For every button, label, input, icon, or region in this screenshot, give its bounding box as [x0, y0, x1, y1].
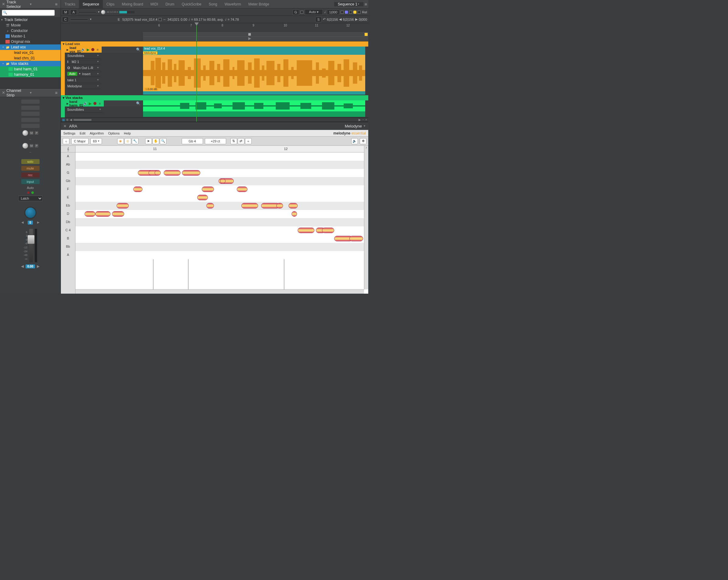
tree-item[interactable]: lead chrs_01 — [0, 55, 60, 61]
track-header[interactable]: ▸ band harm_01 🔊 ▶ ≡ — [65, 100, 104, 106]
clip-gain[interactable]: ↕ 0.00 dB — [144, 88, 158, 91]
insert-slot[interactable] — [21, 100, 40, 104]
pitch-blob[interactable] — [349, 236, 363, 241]
blob-tool-icon[interactable]: ◉ — [117, 138, 124, 144]
rec-icon[interactable] — [91, 48, 95, 52]
search-icon[interactable]: 🔍 — [136, 48, 140, 52]
pitch-blob[interactable] — [112, 211, 124, 217]
a-button[interactable]: A — [70, 9, 77, 15]
take-select[interactable]: take 1▼ — [66, 77, 100, 83]
hand-tool-icon[interactable]: ✋ — [153, 138, 159, 144]
zoom-tool-icon[interactable]: 🔍 — [160, 138, 166, 144]
pointer-tool-icon[interactable]: ➤ — [145, 138, 152, 144]
tree-item[interactable]: Master-1 — [0, 33, 60, 39]
time-macro-icon[interactable]: ⇄ — [238, 138, 244, 144]
search-icon[interactable]: 🔍 — [136, 101, 140, 106]
pitch-blob[interactable] — [206, 203, 214, 208]
pitch-blob[interactable] — [133, 187, 142, 192]
chevron-down-icon[interactable]: ▼ — [29, 91, 32, 94]
pan-right-icon[interactable]: ▶ — [37, 220, 40, 225]
tab-sequence[interactable]: Sequence — [79, 0, 103, 8]
menu-icon[interactable]: ≡ — [98, 101, 102, 106]
swap-icon[interactable]: ↔ — [163, 18, 166, 21]
h-scrollbar[interactable] — [76, 289, 364, 294]
key-select[interactable]: C Major — [71, 138, 88, 144]
knob[interactable] — [101, 10, 105, 14]
tree-item[interactable]: band harm_01 — [0, 66, 60, 72]
tree-item[interactable]: Original mix — [0, 39, 60, 45]
menu-icon[interactable]: ≡ — [54, 2, 59, 7]
track-folder-header[interactable]: ▾ Lead vox — [61, 42, 368, 47]
checkbox[interactable] — [341, 11, 344, 14]
auto-select[interactable]: Auto ▾ — [305, 9, 323, 15]
audio-clip[interactable] — [143, 100, 365, 111]
menu-help[interactable]: Help — [124, 131, 131, 135]
loop-handle[interactable] — [248, 33, 251, 36]
pitch-blob[interactable] — [182, 170, 200, 176]
audio-clip[interactable]: ↕ 0.00 dB — [143, 55, 365, 91]
chevron-down-icon[interactable]: ▼ — [363, 125, 366, 128]
track-header[interactable]: ▸ lead vox_01 🔊 ▶ ≡ — [65, 47, 101, 53]
close-icon[interactable]: ✕ — [63, 124, 67, 128]
arrow-right-icon[interactable]: ▶ — [355, 17, 358, 21]
tab-waveform[interactable]: Waveform — [221, 0, 245, 8]
chevron-down-icon[interactable]: ▼ — [29, 3, 32, 6]
arrow-left-icon[interactable]: ◀ — [339, 17, 341, 21]
tab-midi[interactable]: MIDI — [147, 0, 162, 8]
menu-algorithm[interactable]: Algorithm — [90, 131, 104, 135]
insert-slot[interactable] — [21, 112, 40, 116]
melodyne-editor[interactable]: 𝄞 AAbGGbFEEbDDbC 4BBbA 11 12 ♪ — [61, 146, 368, 294]
pitch-blob[interactable] — [116, 203, 129, 208]
marker[interactable] — [365, 33, 368, 36]
rec-button[interactable]: rec — [21, 173, 40, 177]
pitch-blob[interactable] — [322, 228, 334, 233]
plus-icon[interactable]: + — [365, 118, 367, 122]
checkbox[interactable] — [301, 11, 304, 14]
plugin-name[interactable]: Melodyne — [345, 124, 362, 128]
menu-icon[interactable]: ≡ — [363, 2, 368, 7]
soundbites-select[interactable]: Soundbites▼ — [66, 106, 103, 113]
view-icon[interactable]: ▦ — [62, 118, 65, 122]
tab-mixing-board[interactable]: Mixing Board — [118, 0, 147, 8]
timeline-ruler[interactable]: 6 7 8 9 10 11 12 — [61, 23, 368, 42]
pitch-blob[interactable] — [95, 211, 110, 217]
tool-icon[interactable]: ⟐ — [63, 138, 70, 144]
tree-item[interactable]: harmony_01 — [0, 72, 60, 77]
tab-meter-bridge[interactable]: Meter Bridge — [245, 0, 273, 8]
input-button[interactable]: input — [21, 179, 40, 184]
pitch-blob[interactable] — [288, 203, 298, 208]
tree-folder[interactable]: ▾📁Lead vox — [0, 45, 60, 50]
plugin-select[interactable]: Melodyne▼ — [66, 83, 100, 89]
mute-button[interactable]: mute — [21, 166, 40, 171]
checkbox[interactable] — [349, 11, 352, 14]
solo-button[interactable]: solo — [21, 159, 40, 164]
m-button[interactable]: M — [62, 9, 69, 15]
pre-send-button[interactable]: P — [35, 144, 38, 148]
fader[interactable] — [29, 229, 33, 262]
pitch-blob[interactable] — [276, 203, 283, 208]
insert-slot[interactable] — [21, 118, 40, 122]
pitch-blob[interactable] — [202, 187, 214, 192]
pitch-blob[interactable] — [220, 178, 226, 184]
insert-slot[interactable] — [21, 106, 40, 110]
checkbox[interactable] — [358, 11, 361, 14]
blob-split-icon[interactable]: ◎ — [125, 138, 131, 144]
input-select[interactable]: I M2 1▼ — [66, 59, 100, 65]
v-scrollbar[interactable] — [364, 153, 368, 289]
menu-icon[interactable]: ≡ — [96, 48, 100, 52]
speaker-icon[interactable]: 🔊 — [83, 101, 87, 106]
rec-icon[interactable] — [93, 101, 97, 106]
pitch-blob[interactable] — [237, 187, 248, 192]
nav-right-icon[interactable]: ▶ — [359, 118, 361, 122]
speaker-icon[interactable]: 🔊 — [81, 48, 85, 52]
checkbox[interactable] — [159, 18, 162, 21]
slot[interactable] — [78, 11, 97, 13]
nav-left-icon[interactable]: ◀ — [70, 118, 72, 122]
tab-song[interactable]: Song — [205, 0, 221, 8]
slider[interactable] — [119, 11, 134, 14]
g-button[interactable]: G — [292, 9, 300, 15]
pitch-macro-icon[interactable]: ⇅ — [230, 138, 237, 144]
pitch-blob[interactable] — [155, 170, 161, 176]
auto-button[interactable]: Auto — [67, 72, 77, 76]
level-macro-icon[interactable]: ÷ — [245, 138, 252, 144]
